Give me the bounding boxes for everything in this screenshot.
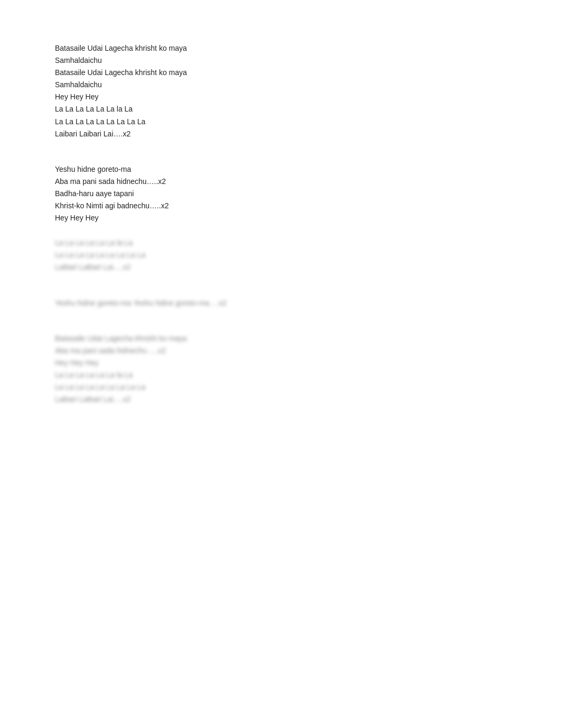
lyrics-line: Hey Hey Hey (55, 212, 506, 224)
lyrics-line: La La La La La La la La (55, 103, 506, 115)
lyrics-line: Badha-haru aaye tapani (55, 188, 506, 200)
lyrics-line-blurred: Laibari Laibari Lai….x2 (55, 261, 506, 273)
lyrics-line: Samhaldaichu (55, 79, 506, 91)
lyrics-line: Khrist-ko Nimti agi badnechu…..x2 (55, 200, 506, 212)
section-5-blurred: Batasaile Udai Lagecha khrisht ko maya A… (55, 333, 506, 406)
lyrics-line: Samhaldaichu (55, 54, 506, 67)
lyrics-line: Laibari Laibari Lai….x2 (55, 128, 506, 140)
section-4-blurred: Yeshu hidne goreto-ma Yeshu hidne goreto… (55, 297, 506, 309)
lyrics-container: Batasaile Udai Lagecha khrisht ko maya S… (55, 42, 506, 406)
section-1: Batasaile Udai Lagecha khrisht ko maya S… (55, 42, 506, 140)
lyrics-line: Batasaile Udai Lagecha khrisht ko maya (55, 42, 506, 54)
lyrics-line: Yeshu hidne goreto-ma (55, 163, 506, 176)
section-3-blurred: La La La La La La la La La La La La La L… (55, 237, 506, 273)
lyrics-line-blurred: Batasaile Udai Lagecha khrisht ko maya (55, 333, 506, 345)
lyrics-line-blurred: Laibari Laibari Lai….x2 (55, 393, 506, 406)
lyrics-line-blurred: Yeshu hidne goreto-ma Yeshu hidne goreto… (55, 297, 506, 309)
lyrics-line: La La La La La La La La La (55, 116, 506, 128)
lyrics-line: Aba ma pani sada hidnechu…..x2 (55, 176, 506, 188)
lyrics-line-blurred: La La La La La La La La La (55, 381, 506, 393)
lyrics-line-blurred: La La La La La La la La (55, 237, 506, 249)
lyrics-line: Hey Hey Hey (55, 91, 506, 103)
lyrics-line-blurred: La La La La La La la La (55, 369, 506, 381)
lyrics-line: Batasaile Udai Lagecha khrisht ko maya (55, 67, 506, 79)
section-2: Yeshu hidne goreto-ma Aba ma pani sada h… (55, 163, 506, 224)
lyrics-line-blurred: Aba ma pani sada hidnechu…..x2 (55, 345, 506, 357)
lyrics-line-blurred: La La La La La La La La La (55, 249, 506, 261)
lyrics-line-blurred: Hey Hey Hey (55, 357, 506, 369)
